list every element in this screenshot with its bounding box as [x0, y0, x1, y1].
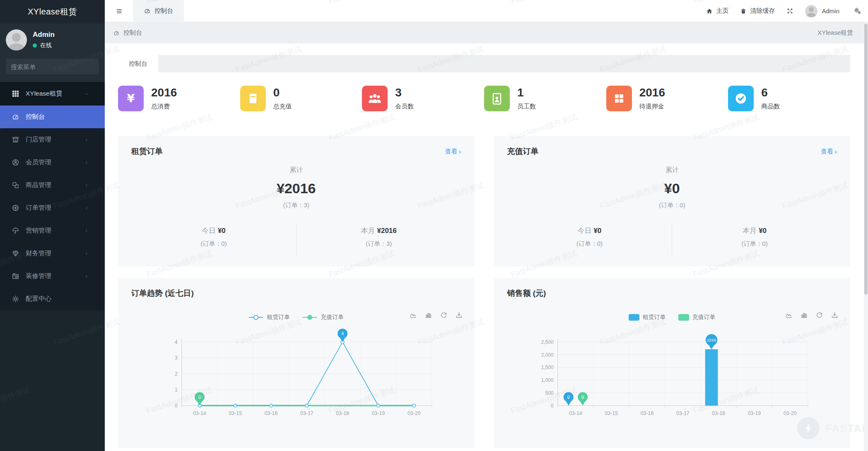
stat-label: 总消费 [151, 103, 177, 110]
menu-search-input[interactable] [11, 63, 93, 70]
month-label: 本月 [743, 227, 757, 235]
bar-chart-toggle-icon[interactable] [424, 311, 432, 319]
clear-cache-link[interactable]: 清除缓存 [740, 7, 775, 15]
scrollbar-thumb[interactable] [864, 24, 868, 295]
cumulative-label: 累计 [507, 166, 837, 175]
online-status-dot [33, 43, 37, 48]
main-content: 控制台 ¥2016总消费0总充值3会员数1员工数2016待退押金6商品数 租赁订… [105, 43, 868, 451]
svg-text:¥: ¥ [127, 92, 135, 105]
svg-text:03-16: 03-16 [640, 410, 653, 416]
legend-item[interactable]: 充值订单 [302, 314, 344, 321]
topbar-tab-dashboard[interactable]: 控制台 [133, 0, 184, 22]
sidebar-item[interactable]: 会员管理 [0, 151, 105, 174]
user-avatar[interactable] [6, 29, 27, 50]
stat-value: 2016 [151, 87, 177, 98]
stat-label: 员工数 [517, 103, 536, 110]
sidebar-item[interactable]: XYlease租赁 [0, 82, 105, 106]
stat-value: 3 [395, 87, 414, 98]
chart-title: 订单趋势 (近七日) [118, 288, 475, 299]
tab-dashboard[interactable]: 控制台 [118, 55, 158, 72]
chevron-left-icon [84, 228, 89, 234]
chart-toolbox [409, 311, 463, 319]
legend-item[interactable]: 充值订单 [678, 314, 716, 321]
legend-item[interactable]: 租赁订单 [629, 314, 666, 321]
sidebar-item[interactable]: 财务管理 [0, 242, 105, 265]
bar-chart-toggle-icon[interactable] [800, 311, 808, 319]
sidebar-item[interactable]: 装修管理 [0, 265, 105, 288]
search-icon[interactable] [93, 63, 94, 70]
sales-amount-panel: 销售额 (元) 租赁订单充值订单 05001,0001,5002,0002,50… [494, 278, 851, 448]
svg-text:0: 0 [550, 403, 553, 409]
sidebar-item[interactable]: 商品管理 [0, 174, 105, 197]
settings-gears-icon[interactable] [854, 7, 861, 15]
svg-text:03-20: 03-20 [783, 410, 796, 416]
breadcrumb-app-name: XYlease租赁 [817, 29, 853, 37]
legend-swatch [678, 314, 689, 321]
deposit-icon [606, 86, 632, 111]
stat-label: 商品数 [761, 103, 780, 110]
sidebar: XYlease租赁 Admin 在线 XYlease租赁控制台门店管理会员管理商… [0, 0, 105, 451]
fullscreen-icon[interactable] [786, 7, 793, 14]
refresh-icon[interactable] [440, 311, 448, 319]
sales-bar-chart: 05001,0001,5002,0002,50003-1403-1503-160… [494, 324, 851, 430]
topbar-avatar [805, 5, 817, 17]
home-link[interactable]: 主页 [706, 7, 728, 15]
svg-text:03-14: 03-14 [193, 410, 206, 416]
today-label: 今日 [577, 227, 591, 235]
download-icon[interactable] [831, 311, 839, 319]
view-rental-orders-link[interactable]: 查看› [445, 148, 461, 156]
order-icon [12, 204, 19, 212]
dashboard-icon [12, 113, 19, 121]
chart-toolbox [785, 311, 839, 319]
view-recharge-orders-link[interactable]: 查看› [821, 148, 837, 156]
svg-text:2216: 2216 [707, 338, 716, 342]
order-trend-panel: 订单趋势 (近七日) 租赁订单充值订单 0123403-1403-1503-16… [118, 278, 475, 448]
svg-text:03-17: 03-17 [676, 410, 690, 416]
svg-text:03-14: 03-14 [569, 410, 582, 416]
sidebar-item[interactable]: 营销管理 [0, 219, 105, 242]
svg-text:500: 500 [545, 390, 553, 396]
breadcrumb[interactable]: 控制台 [113, 29, 142, 37]
line-chart-toggle-icon[interactable] [785, 311, 793, 319]
goods-icon [12, 181, 19, 189]
svg-text:4: 4 [341, 331, 344, 336]
recharge-orders-panel: 充值订单 查看› 累计 ¥0 (订单：0) 今日¥0 (订单：0) 本月¥0 (… [494, 136, 851, 266]
cumulative-amount: ¥0 [507, 180, 837, 197]
breadcrumb-current: 控制台 [123, 29, 142, 37]
stat-label: 会员数 [395, 103, 414, 110]
topbar-user-menu[interactable]: Admin [805, 5, 839, 17]
sidebar-item[interactable]: 控制台 [0, 106, 105, 128]
sidebar-item-label: 财务管理 [26, 249, 51, 258]
sidebar-item[interactable]: 门店管理 [0, 128, 105, 151]
config-icon [12, 295, 19, 303]
month-orders: (订单：3) [297, 240, 461, 248]
stat-card: ¥2016总消费 [118, 86, 240, 111]
download-icon[interactable] [455, 311, 463, 319]
legend-item[interactable]: 租赁订单 [248, 314, 290, 321]
sidebar-item-label: 门店管理 [26, 135, 51, 144]
tab-strip: 控制台 [118, 55, 850, 72]
store-icon [12, 136, 19, 144]
line-chart-toggle-icon[interactable] [409, 311, 417, 319]
sidebar-item[interactable]: 配置中心 [0, 288, 105, 310]
hamburger-menu-icon[interactable] [115, 8, 124, 14]
sidebar-item-label: 订单管理 [26, 204, 51, 212]
sidebar-item-label: 商品管理 [26, 181, 51, 190]
recharge-icon [240, 86, 266, 111]
finance-icon [12, 249, 19, 257]
svg-text:2,500: 2,500 [541, 339, 553, 345]
staff-icon [484, 86, 510, 111]
refresh-icon[interactable] [815, 311, 823, 319]
sidebar-item[interactable]: 订单管理 [0, 197, 105, 219]
svg-text:3: 3 [175, 355, 178, 361]
chevron-left-icon [84, 273, 89, 279]
order-trend-line-chart: 0123403-1403-1503-1603-1703-1803-1903-20… [118, 324, 475, 430]
chevron-left-icon [84, 137, 89, 143]
svg-text:1,500: 1,500 [541, 365, 553, 370]
legend-label: 充值订单 [692, 314, 716, 321]
scrollbar[interactable] [864, 23, 868, 451]
today-amount: ¥0 [218, 227, 226, 235]
stat-value: 1 [517, 87, 536, 98]
topbar-user-name: Admin [822, 7, 839, 14]
cumulative-label: 累计 [131, 166, 461, 175]
